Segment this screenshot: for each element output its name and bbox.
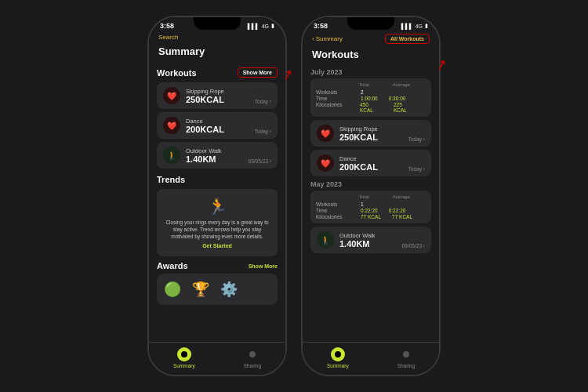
workout-card-2[interactable]: 🚶 Outdoor Walk 1.40KM 09/05/23 › [157, 142, 278, 169]
stat-val-workouts-total: 2 [361, 89, 364, 95]
right-workout-value-2: 1.40KM [339, 239, 397, 249]
svg-point-0 [181, 351, 187, 358]
total-header-may: Total [359, 194, 369, 199]
back-button-right[interactable]: ‹ Summary [312, 35, 343, 42]
summary-tab-icon-left [177, 347, 191, 361]
awards-section: Awards Show More [157, 261, 278, 270]
stat-key-time-may: Time [316, 208, 359, 213]
right-workout-name-0: Skipping Rope [339, 125, 403, 132]
stat-key-workouts-may: Workouts [316, 201, 359, 207]
right-workout-date-2: 09/05/23 › [402, 243, 425, 249]
tab-summary-left[interactable]: Summary [173, 347, 195, 368]
search-label-left: Search [158, 34, 178, 41]
summary-tab-icon-right [331, 347, 345, 361]
back-label-right: Summary [316, 35, 343, 42]
screen-title-left: Summary [149, 44, 285, 61]
svg-point-1 [249, 351, 256, 358]
workout-name-1: Dance [186, 118, 249, 125]
trends-header: Trends [157, 175, 278, 184]
awards-show-more[interactable]: Show More [249, 263, 278, 269]
stat-val-workouts-may: 1 [361, 201, 364, 207]
workout-value-0: 250KCAL [186, 95, 249, 104]
workout-info-1: Dance 200KCAL [186, 118, 249, 134]
status-time-right: 3:58 [314, 22, 328, 30]
right-workout-card-0[interactable]: ❤️ Skipping Rope 250KCAL Today › [310, 120, 431, 147]
right-workout-name-1: Dance [339, 155, 403, 162]
summary-tab-label-left: Summary [173, 363, 195, 368]
stats-july: Total Average Workouts 2 Time 1:00:00 0:… [310, 78, 431, 117]
status-icons-left: ▌▌▌ 4G ▮ [248, 23, 274, 29]
tab-bar-right: Summary Sharing [303, 342, 439, 375]
right-workout-info-2: Outdoor Walk 1.40KM [339, 232, 397, 249]
avg-header-may: Average [393, 194, 410, 199]
tab-summary-right[interactable]: Summary [327, 347, 349, 368]
sharing-tab-label-left: Sharing [244, 363, 261, 368]
network-icon: 4G [262, 24, 269, 29]
stat-time: Time 1:00:00 0:30:00 [316, 96, 426, 101]
right-workout-icon-1: ❤️ [317, 154, 334, 172]
show-more-button-left[interactable]: Show More [238, 67, 278, 78]
stat-val-kcal-may-total: 77 KCAL [361, 214, 381, 220]
left-phone: 3:58 ▌▌▌ 4G ▮ Search Summary Workouts Sh… [147, 16, 287, 376]
screen-content-right: July 2023 Total Average Workouts 2 Time [303, 64, 439, 342]
trends-title: Trends [157, 175, 185, 184]
tab-sharing-right[interactable]: Sharing [397, 347, 415, 368]
stat-workouts: Workouts 2 [316, 89, 426, 95]
stat-val-time-total: 1:00:00 [361, 96, 378, 101]
right-workout-icon-2: 🚶 [317, 231, 334, 249]
workout-date-1: Today › [255, 129, 271, 134]
svg-point-3 [403, 351, 409, 358]
network-icon-right: 4G [416, 24, 423, 29]
workout-info-2: Outdoor Walk 1.40KM [186, 147, 243, 164]
notch-right [347, 17, 394, 30]
stat-val-time-may-total: 0:22:20 [361, 208, 378, 213]
right-workout-info-1: Dance 200KCAL [339, 155, 403, 172]
status-icons-right: ▌▌▌ 4G ▮ [401, 23, 428, 29]
svg-point-2 [335, 351, 341, 358]
all-workouts-button[interactable]: All Workouts [385, 34, 430, 44]
right-workout-info-0: Skipping Rope 250KCAL [339, 125, 403, 142]
left-main-content: Workouts Show More ❤️ Skipping Rope 250K… [149, 61, 285, 305]
get-started-link[interactable]: Get Started [163, 243, 271, 249]
stat-key-kcal-may: Kilocalories [316, 214, 359, 220]
sharing-tab-icon-right [399, 347, 413, 361]
right-main-content: July 2023 Total Average Workouts 2 Time [303, 64, 439, 256]
workout-icon-1: ❤️ [163, 117, 180, 134]
status-time-left: 3:58 [160, 22, 174, 30]
stats-may-values: Workouts 1 Time 0:22:20 0:22:20 Kilocalo… [316, 201, 426, 220]
workout-card-0[interactable]: ❤️ Skipping Rope 250KCAL Today › [157, 82, 278, 109]
screen-title-right: Workouts [303, 47, 439, 64]
right-workout-icon-0: ❤️ [317, 125, 334, 142]
right-workout-card-2[interactable]: 🚶 Outdoor Walk 1.40KM 09/05/23 › [310, 227, 431, 253]
stat-time-may: Time 0:22:20 0:22:20 [316, 208, 426, 213]
stat-key-time: Time [316, 96, 359, 101]
notch [194, 17, 241, 30]
tab-bar-left: Summary Sharing [149, 342, 285, 375]
workout-name-0: Skipping Rope [186, 88, 249, 95]
workout-icon-0: ❤️ [163, 87, 180, 104]
month-label-1: May 2023 [310, 180, 431, 188]
stat-kcal: Kilocalories 450 KCAL 225 KCAL [316, 102, 426, 113]
workout-value-2: 1.40KM [186, 154, 243, 164]
right-workout-date-1: Today › [408, 166, 425, 172]
workouts-title: Workouts [157, 68, 197, 78]
workout-card-1[interactable]: ❤️ Dance 200KCAL Today › [157, 112, 278, 139]
trends-section: Trends 🏃 Closing your rings every day is… [157, 175, 278, 256]
stat-val-kcal-avg: 225 KCAL [394, 102, 416, 113]
battery-icon: ▮ [271, 23, 274, 29]
screen-content-left: Workouts Show More ❤️ Skipping Rope 250K… [149, 61, 285, 342]
nav-bar-left: Search [149, 31, 285, 44]
stat-val-time-may-avg: 0:22:20 [389, 208, 406, 213]
workout-name-2: Outdoor Walk [186, 147, 243, 154]
battery-icon-right: ▮ [425, 23, 428, 29]
tab-sharing-left[interactable]: Sharing [244, 347, 261, 368]
back-chevron-icon: ‹ [312, 35, 314, 42]
right-workout-name-2: Outdoor Walk [339, 232, 397, 239]
stat-val-kcal-total: 450 KCAL [360, 102, 383, 113]
workouts-header: Workouts Show More [157, 67, 278, 78]
summary-tab-label-right: Summary [327, 363, 349, 368]
total-header: Total [359, 82, 369, 87]
right-nav: ‹ Summary All Workouts [303, 31, 439, 47]
trends-card: 🏃 Closing your rings every day is a grea… [157, 189, 278, 256]
right-workout-card-1[interactable]: ❤️ Dance 200KCAL Today › [310, 150, 431, 176]
